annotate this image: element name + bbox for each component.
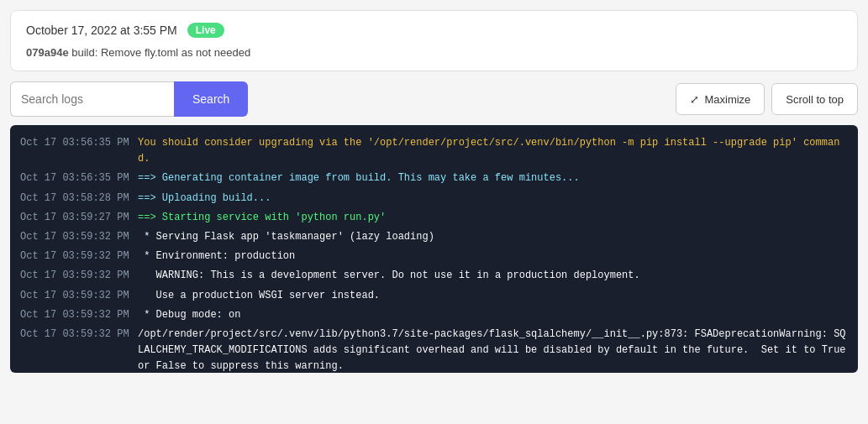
log-line: Oct 17 03:59:32 PM * Environment: produc… bbox=[10, 247, 858, 266]
log-line: Oct 17 03:59:32 PM * Serving Flask app '… bbox=[10, 228, 858, 247]
log-timestamp: Oct 17 03:59:32 PM bbox=[20, 268, 129, 284]
log-timestamp: Oct 17 03:59:32 PM bbox=[20, 229, 129, 245]
log-line: Oct 17 03:59:32 PM Use a production WSGI… bbox=[10, 286, 858, 306]
log-timestamp: Oct 17 03:56:35 PM bbox=[20, 135, 129, 167]
log-message: * Serving Flask app 'taskmanager' (lazy … bbox=[138, 229, 434, 245]
log-timestamp: Oct 17 03:59:27 PM bbox=[20, 210, 129, 226]
log-line: Oct 17 03:58:28 PM==> Uploading build... bbox=[10, 189, 858, 208]
maximize-label: Maximize bbox=[704, 93, 750, 106]
log-line: Oct 17 03:59:32 PM WARNING: This is a de… bbox=[10, 266, 858, 285]
log-line: Oct 17 03:59:32 PM * Debug mode: on bbox=[10, 306, 858, 325]
log-timestamp: Oct 17 03:56:35 PM bbox=[20, 170, 129, 186]
log-message: ==> Uploading build... bbox=[138, 191, 271, 207]
commit-message-text: build: Remove fly.toml as not needed bbox=[71, 46, 250, 59]
maximize-icon: ⤢ bbox=[690, 93, 699, 106]
log-message: ==> Starting service with 'python run.py… bbox=[138, 210, 386, 226]
log-line: Oct 17 03:59:27 PM==> Starting service w… bbox=[10, 208, 858, 228]
log-timestamp: Oct 17 03:58:28 PM bbox=[20, 191, 129, 207]
log-message: You should consider upgrading via the '/… bbox=[138, 135, 848, 167]
commit-hash: 079a94e bbox=[26, 46, 69, 59]
log-message: * Environment: production bbox=[138, 249, 295, 264]
log-timestamp: Oct 17 03:59:32 PM bbox=[20, 327, 129, 373]
log-message: ==> Generating container image from buil… bbox=[138, 170, 580, 186]
search-input[interactable] bbox=[10, 81, 174, 117]
log-line: Oct 17 03:56:35 PM==> Generating contain… bbox=[10, 169, 858, 188]
log-message: /opt/render/project/src/.venv/lib/python… bbox=[138, 327, 848, 373]
search-bar: Search ⤢ Maximize Scroll to top bbox=[10, 81, 858, 117]
log-message: * Debug mode: on bbox=[138, 307, 240, 323]
maximize-button[interactable]: ⤢ Maximize bbox=[676, 83, 765, 115]
scroll-to-top-label: Scroll to top bbox=[786, 93, 844, 106]
log-message: WARNING: This is a development server. D… bbox=[138, 268, 640, 284]
log-container[interactable]: Oct 17 03:56:35 PMYou should consider up… bbox=[10, 125, 858, 373]
scroll-to-top-button[interactable]: Scroll to top bbox=[771, 83, 858, 115]
log-timestamp: Oct 17 03:59:32 PM bbox=[20, 288, 129, 304]
search-button[interactable]: Search bbox=[174, 81, 248, 117]
log-message: Use a production WSGI server instead. bbox=[138, 288, 380, 304]
log-timestamp: Oct 17 03:59:32 PM bbox=[20, 249, 129, 264]
log-timestamp: Oct 17 03:59:32 PM bbox=[20, 307, 129, 323]
top-panel: October 17, 2022 at 3:55 PM Live 079a94e… bbox=[10, 10, 858, 71]
log-line: Oct 17 03:56:35 PMYou should consider up… bbox=[10, 133, 858, 169]
log-line: Oct 17 03:59:32 PM/opt/render/project/sr… bbox=[10, 325, 858, 373]
datetime-label: October 17, 2022 at 3:55 PM bbox=[26, 24, 177, 37]
live-badge: Live bbox=[187, 23, 224, 38]
